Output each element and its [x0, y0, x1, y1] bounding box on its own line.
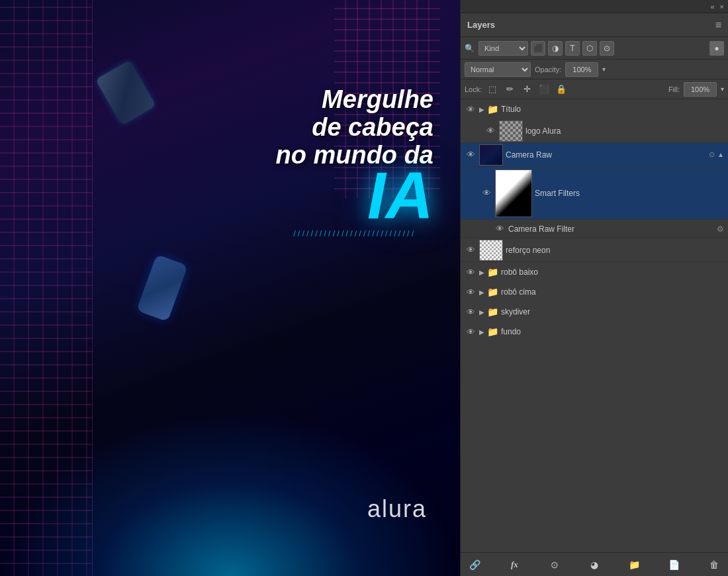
- pixel-filter-icon[interactable]: ⬛: [531, 41, 545, 56]
- skydiver-figure: [119, 238, 212, 371]
- lock-all-btn[interactable]: 🔒: [555, 83, 568, 96]
- smart-filter-icon[interactable]: ⊙: [600, 41, 614, 56]
- new-layer-btn[interactable]: 📄: [666, 556, 683, 573]
- layer-vis-reforco[interactable]: 👁: [465, 244, 477, 256]
- canvas-title-line1: Mergulhe: [275, 86, 433, 114]
- expand-arrow-titulo[interactable]: ▶: [479, 106, 484, 113]
- expand-arrow-fundo[interactable]: ▶: [479, 328, 484, 336]
- layer-row-camera-raw[interactable]: 👁 Camera Raw ⊙ ▲: [461, 143, 728, 167]
- type-filter-icon[interactable]: T: [565, 41, 580, 56]
- adjustment-filter-icon[interactable]: ◑: [548, 41, 563, 56]
- layer-vis-camera-raw-filter[interactable]: 👁: [494, 223, 506, 235]
- eye-icon-camera-raw: 👁: [467, 150, 475, 160]
- layer-name-robo-baixo: robô baixo: [501, 267, 724, 277]
- panels-right: « × Layers ≡ 🔍 Kind ⬛ ◑ T ⬡ ⊙ ● Normal M…: [460, 0, 728, 576]
- layer-group-titulo[interactable]: 👁 ▶ 📁 Título: [461, 99, 728, 119]
- adjustment-layer-btn[interactable]: ◕: [586, 556, 603, 573]
- search-icon: 🔍: [465, 44, 475, 53]
- layer-thumb-reforco: [479, 240, 503, 261]
- folder-icon-robo-baixo: 📁: [487, 267, 498, 277]
- panel-top-bar: « ×: [461, 0, 728, 13]
- layer-row-reforco-neon[interactable]: 👁 reforço neon: [461, 238, 728, 262]
- canvas-area: Mergulhe de cabeça no mundo da IA //////…: [0, 0, 460, 576]
- blend-mode-select[interactable]: Normal Multiply Screen Overlay: [465, 62, 531, 77]
- layer-vis-camera-raw[interactable]: 👁: [465, 149, 477, 161]
- layers-panel-header: Layers ≡: [461, 13, 728, 37]
- canvas-title-line2: de cabeça: [275, 114, 433, 142]
- opacity-input[interactable]: [565, 62, 598, 77]
- canvas-ia-underline: ////////////////////////////: [275, 228, 433, 238]
- link-layers-btn[interactable]: 🔗: [466, 556, 483, 573]
- filter-adjust-icon[interactable]: ⚙: [717, 224, 724, 234]
- shape-filter-icon[interactable]: ⬡: [582, 41, 597, 56]
- layer-name-smart-filters: Smart Filters: [535, 189, 724, 198]
- layer-name-skydiver: skydiver: [501, 307, 724, 316]
- eye-icon-skydiver: 👁: [467, 307, 475, 317]
- eye-icon-reforco: 👁: [467, 245, 475, 255]
- close-icon[interactable]: ×: [720, 3, 724, 11]
- delete-layer-btn[interactable]: 🗑: [705, 556, 723, 573]
- lock-transparent-btn[interactable]: ⬚: [486, 83, 499, 96]
- layer-group-robo-baixo[interactable]: 👁 ▶ 📁 robô baixo: [461, 262, 728, 282]
- folder-icon-skydiver: 📁: [487, 307, 498, 317]
- lock-bar: Lock: ⬚ ✏ ✛ ⬛ 🔒 Fill: ▾: [461, 79, 728, 99]
- layer-name-fundo: fundo: [501, 327, 724, 336]
- filter-kind-select[interactable]: Kind: [478, 41, 528, 56]
- collapse-icon[interactable]: «: [710, 3, 714, 11]
- lock-label: Lock:: [465, 85, 482, 93]
- layer-thumb-camera-raw: [479, 144, 503, 166]
- layer-row-smart-filters[interactable]: 👁 Smart Filters: [461, 167, 728, 220]
- layer-vis-titulo[interactable]: 👁: [465, 103, 477, 115]
- opacity-arrow-icon[interactable]: ▾: [602, 66, 606, 73]
- layer-vis-robo-cima[interactable]: 👁: [465, 286, 477, 298]
- layer-vis-skydiver[interactable]: 👁: [465, 306, 477, 318]
- new-group-btn[interactable]: 📁: [625, 556, 643, 573]
- fill-label: Fill:: [668, 85, 680, 93]
- eye-icon: 👁: [467, 105, 475, 115]
- canvas-ia-text: IA: [275, 162, 433, 228]
- layers-menu-icon[interactable]: ≡: [715, 19, 721, 31]
- layers-panel-title: Layers: [467, 20, 495, 30]
- lock-image-btn[interactable]: ✏: [503, 83, 516, 96]
- expand-arrow-robo-baixo[interactable]: ▶: [479, 269, 484, 276]
- fx-btn[interactable]: fx: [506, 556, 523, 573]
- layer-vis-smart-filters[interactable]: 👁: [480, 187, 492, 199]
- blend-mode-bar: Normal Multiply Screen Overlay Opacity: …: [461, 60, 728, 79]
- cyan-glow-decoration: [0, 410, 460, 576]
- layer-thumb-logo: [499, 120, 523, 142]
- lock-artboard-btn[interactable]: ⬛: [537, 83, 551, 96]
- layer-group-fundo[interactable]: 👁 ▶ 📁 fundo: [461, 322, 728, 342]
- fill-arrow-icon[interactable]: ▾: [721, 85, 724, 93]
- layer-row-logo-alura[interactable]: 👁 logo Alura: [461, 119, 728, 143]
- folder-icon-robo-cima: 📁: [487, 287, 498, 297]
- layer-row-camera-raw-filter[interactable]: 👁 Camera Raw Filter ⚙: [461, 220, 728, 238]
- layers-list: 👁 ▶ 📁 Título 👁 logo Alura 👁: [461, 99, 728, 552]
- layer-vis-fundo[interactable]: 👁: [465, 326, 477, 338]
- fill-input[interactable]: [684, 82, 717, 97]
- filter-bar: 🔍 Kind ⬛ ◑ T ⬡ ⊙ ●: [461, 37, 728, 60]
- layer-vis-logo[interactable]: 👁: [484, 125, 496, 137]
- layer-group-skydiver[interactable]: 👁 ▶ 📁 skydiver: [461, 302, 728, 322]
- collapse-arrow-camera-raw[interactable]: ▲: [717, 151, 724, 158]
- add-mask-btn[interactable]: ⊙: [546, 556, 563, 573]
- eye-icon-smart-filters: 👁: [482, 188, 491, 198]
- eye-icon-fundo: 👁: [467, 327, 475, 337]
- expand-arrow-robo-cima[interactable]: ▶: [479, 289, 484, 296]
- layers-bottom-bar: 🔗 fx ⊙ ◕ 📁 📄 🗑: [461, 552, 728, 576]
- filter-toggle-icon[interactable]: ●: [709, 41, 724, 56]
- lock-position-btn[interactable]: ✛: [520, 83, 533, 96]
- canvas-brand-logo: alura: [367, 495, 427, 523]
- layer-vis-robo-baixo[interactable]: 👁: [465, 266, 477, 278]
- folder-icon-fundo: 📁: [487, 326, 498, 337]
- layers-panel: Layers ≡ 🔍 Kind ⬛ ◑ T ⬡ ⊙ ● Normal Multi…: [461, 13, 728, 576]
- eye-icon-robo-baixo: 👁: [467, 267, 475, 277]
- layer-thumb-smart-filters: [495, 169, 532, 217]
- eye-icon-logo: 👁: [486, 126, 495, 136]
- layer-name-camera-raw-filter: Camera Raw Filter: [508, 224, 714, 234]
- smart-object-settings-icon[interactable]: ⊙: [709, 150, 715, 159]
- layer-name-reforco: reforço neon: [506, 246, 724, 255]
- layer-name-camera-raw: Camera Raw: [506, 150, 706, 160]
- eye-icon-robo-cima: 👁: [467, 287, 475, 297]
- layer-group-robo-cima[interactable]: 👁 ▶ 📁 robô cima: [461, 282, 728, 302]
- expand-arrow-skydiver[interactable]: ▶: [479, 309, 484, 316]
